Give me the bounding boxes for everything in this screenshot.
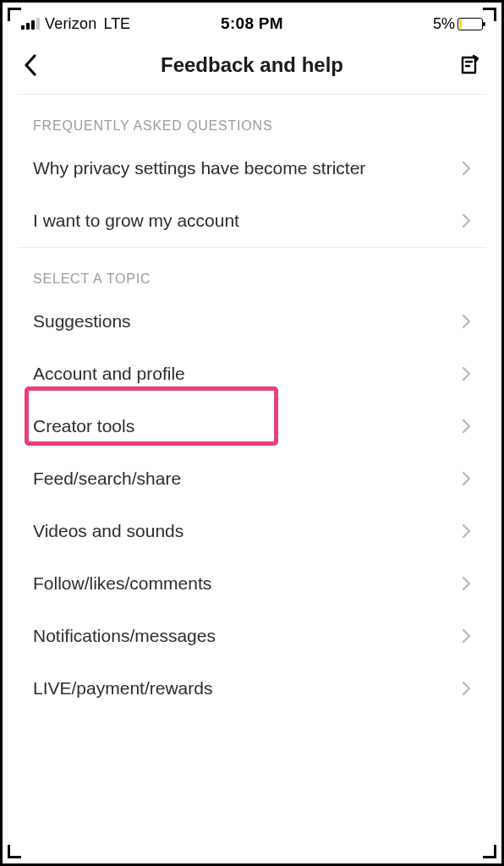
list-item-label: Notifications/messages — [33, 626, 216, 646]
topic-notifications-messages[interactable]: Notifications/messages — [3, 610, 501, 662]
topic-suggestions[interactable]: Suggestions — [3, 295, 501, 348]
viewport-corner-br — [483, 845, 496, 858]
chevron-right-icon — [462, 471, 471, 486]
chevron-right-icon — [462, 681, 471, 696]
topic-videos-sounds[interactable]: Videos and sounds — [3, 505, 501, 557]
list-item-label: I want to grow my account — [33, 211, 239, 231]
status-left: Verizon LTE — [21, 15, 148, 33]
viewport-corner-bl — [8, 845, 21, 858]
section-header-topics: SELECT A TOPIC — [3, 248, 501, 295]
faq-item-privacy[interactable]: Why privacy settings have become stricte… — [3, 142, 501, 195]
list-item-label: Follow/likes/comments — [33, 573, 211, 594]
topic-live-payment-rewards[interactable]: LIVE/payment/rewards — [3, 662, 501, 715]
status-time: 5:08 PM — [221, 14, 283, 33]
list-item-label: Why privacy settings have become stricte… — [33, 158, 365, 178]
carrier-label: Verizon — [45, 15, 96, 33]
viewport-corner-tl — [8, 8, 21, 21]
signal-icon — [21, 18, 40, 30]
page-title: Feedback and help — [161, 53, 343, 77]
chevron-right-icon — [462, 161, 471, 176]
section-header-faq: FREQUENTLY ASKED QUESTIONS — [3, 95, 501, 142]
status-right: 5% — [356, 15, 483, 33]
chevron-right-icon — [462, 366, 471, 381]
topic-creator-tools[interactable]: Creator tools — [3, 400, 501, 452]
compose-button[interactable] — [447, 54, 481, 76]
list-item-label: LIVE/payment/rewards — [33, 678, 212, 699]
list-item-label: Account and profile — [33, 364, 185, 384]
chevron-left-icon — [23, 53, 38, 77]
list-item-label: Creator tools — [33, 416, 134, 436]
list-item-label: Videos and sounds — [33, 521, 184, 541]
list-item-label: Suggestions — [33, 311, 131, 332]
chevron-right-icon — [462, 314, 471, 329]
chevron-right-icon — [462, 419, 471, 434]
chevron-right-icon — [462, 213, 471, 228]
chevron-right-icon — [462, 523, 471, 539]
chevron-right-icon — [462, 576, 471, 591]
faq-item-grow-account[interactable]: I want to grow my account — [3, 195, 501, 247]
back-button[interactable] — [23, 53, 57, 77]
compose-icon — [459, 54, 481, 76]
battery-icon — [457, 18, 483, 30]
topic-account-profile[interactable]: Account and profile — [3, 348, 501, 400]
battery-percent: 5% — [433, 15, 455, 33]
list-item-label: Feed/search/share — [33, 469, 181, 489]
nav-bar: Feedback and help — [3, 38, 501, 94]
status-bar: Verizon LTE 5:08 PM 5% — [3, 3, 501, 38]
topic-feed-search-share[interactable]: Feed/search/share — [3, 452, 501, 505]
topic-follow-likes-comments[interactable]: Follow/likes/comments — [3, 557, 501, 610]
network-label: LTE — [103, 15, 130, 33]
viewport-corner-tr — [483, 8, 496, 21]
chevron-right-icon — [462, 628, 471, 644]
